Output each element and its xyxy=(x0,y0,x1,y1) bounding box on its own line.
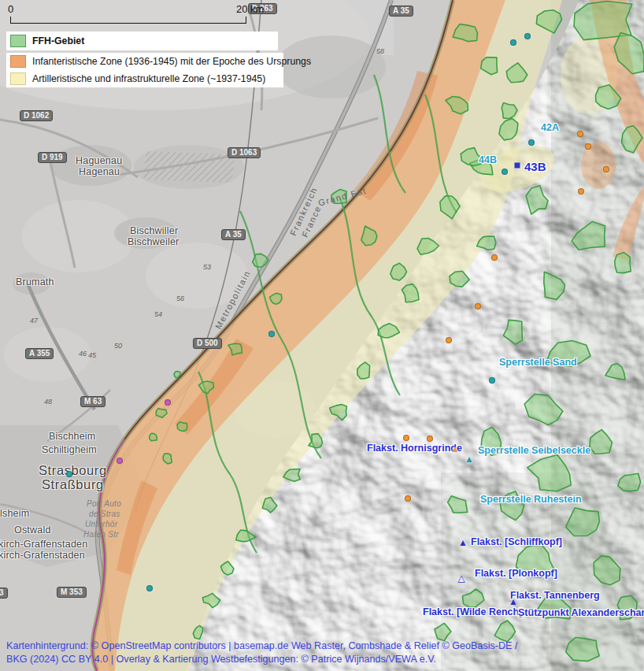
fortification-label[interactable]: Flakst. [Plonkopf] xyxy=(475,568,557,579)
city-label: kirch-Grafenstaden xyxy=(0,550,85,561)
area-label: de Stras xyxy=(89,510,120,518)
legend-swatch-infantry xyxy=(10,55,26,68)
road-badge: D 919 xyxy=(38,152,67,163)
site-dot-marker[interactable] xyxy=(489,377,495,384)
road-badge: A 35 xyxy=(221,229,246,240)
road-badge: A 35 xyxy=(389,6,413,17)
fortification-label[interactable]: Flakst. [Wilde Rench] xyxy=(423,606,522,617)
site-dot-marker[interactable] xyxy=(403,435,409,441)
map-annotations: D 263A 35D 1062D 919D 1063A 35A 355D 500… xyxy=(0,0,644,671)
road-number-label: 58 xyxy=(376,47,384,55)
road-badge: A 355 xyxy=(25,348,54,359)
road-number-label: 46 xyxy=(79,350,87,358)
flak-triangle-marker[interactable]: ▲ xyxy=(464,454,474,464)
flak-triangle-marker[interactable]: ▲ xyxy=(458,538,468,547)
city-label: Bischwiller xyxy=(130,225,178,236)
legend-swatch-ffh xyxy=(10,35,26,47)
road-badge: D 500 xyxy=(193,338,222,349)
road-number-label: 45 xyxy=(88,351,96,359)
site-dot-marker[interactable] xyxy=(577,131,583,137)
legend-item-infantry-zone: Infanteristische Zone (1936-1945) mit de… xyxy=(6,53,283,70)
legend-swatch-artillery xyxy=(10,72,26,85)
road-number-label: 50 xyxy=(114,342,122,350)
road-number-label: 54 xyxy=(154,310,162,318)
site-dot-marker[interactable] xyxy=(66,471,72,477)
flak-triangle-marker[interactable]: ▲ xyxy=(509,597,518,606)
road-badge: M 353 xyxy=(57,587,87,598)
fortification-label[interactable]: Flakst. Tannenberg xyxy=(510,590,600,601)
city-label: lsheim xyxy=(0,508,29,519)
city-label: Bischweiler xyxy=(128,236,179,247)
city-label: Ostwald xyxy=(14,525,51,536)
site-dot-marker[interactable] xyxy=(528,139,535,146)
road-badge: D 1062 xyxy=(20,110,53,121)
city-label: Bischheim xyxy=(49,431,95,442)
fortification-label[interactable]: Stützpunkt Alexanderschanze xyxy=(518,607,644,618)
fortification-label[interactable]: 43B xyxy=(524,160,546,173)
fortification-label[interactable]: 42A xyxy=(541,122,559,133)
attribution: Kartenhintergrund: © OpenStreetMap contr… xyxy=(6,639,518,666)
site-dot-marker[interactable] xyxy=(165,399,171,406)
site-dot-marker[interactable] xyxy=(524,33,531,39)
road-badge: D 1063 xyxy=(228,147,261,158)
city-label: Brumath xyxy=(16,276,54,287)
fortification-label[interactable]: Sperrstelle Seibelseckle xyxy=(478,445,590,456)
city-label: kirch-Graffenstaden xyxy=(0,539,87,550)
site-dot-marker[interactable] xyxy=(268,331,275,337)
city-label: Strasbourg xyxy=(39,463,107,478)
map-view[interactable]: D 263A 35D 1062D 919D 1063A 35A 355D 500… xyxy=(0,0,644,671)
road-number-label: 56 xyxy=(176,295,184,302)
site-dot-marker[interactable] xyxy=(475,303,481,310)
city-label: Hagenau xyxy=(79,166,120,177)
legend-item-ffh: FFH-Gebiet xyxy=(6,32,84,50)
site-square-marker[interactable] xyxy=(515,163,520,169)
scale-end-label: 20 km xyxy=(236,3,264,15)
legend-label: Artilleristische und infrastrukturelle Z… xyxy=(32,73,265,84)
city-label: Straßburg xyxy=(42,477,104,492)
scale-start-label: 0 xyxy=(8,3,13,15)
flak-triangle-marker[interactable]: ▲ xyxy=(450,444,460,454)
road-badge: M 63 xyxy=(80,396,105,407)
fortification-label[interactable]: Sperrstelle Ruhestein xyxy=(480,494,582,505)
area-label: Port Auto xyxy=(87,499,121,508)
area-label: Metropolitain xyxy=(213,269,252,330)
road-badge: 3 xyxy=(0,588,8,599)
site-dot-marker[interactable] xyxy=(446,337,452,343)
fortification-label[interactable]: Flakst. Hornisgrinde xyxy=(367,443,462,454)
site-dot-marker[interactable] xyxy=(502,169,508,175)
map-legend: FFH-Gebiet Infanteristische Zone (1936-1… xyxy=(6,32,283,87)
site-dot-marker[interactable] xyxy=(510,39,516,46)
legend-label: FFH-Gebiet xyxy=(32,35,84,46)
site-dot-marker[interactable] xyxy=(578,188,584,195)
scale-bar: 0 20 km xyxy=(0,0,283,28)
area-label: Hafen Str xyxy=(83,530,119,539)
fortification-label[interactable]: 44B xyxy=(479,154,497,165)
road-number-label: 47 xyxy=(30,317,38,324)
fortification-label[interactable]: Sperrstelle Sand xyxy=(499,357,577,368)
site-dot-marker[interactable] xyxy=(585,143,591,150)
city-label: Schiltigheim xyxy=(42,444,97,455)
site-dot-marker[interactable] xyxy=(491,254,498,261)
area-label: Unterhör xyxy=(85,520,117,528)
flak-triangle-marker[interactable]: △ xyxy=(457,573,464,583)
site-dot-marker[interactable] xyxy=(427,436,433,442)
area-label: Grand Est xyxy=(317,186,368,208)
legend-label: Infanteristische Zone (1936-1945) mit de… xyxy=(32,56,311,67)
road-number-label: 48 xyxy=(44,398,52,406)
attribution-line-1[interactable]: Kartenhintergrund: © OpenStreetMap contr… xyxy=(6,639,518,653)
road-number-label: 53 xyxy=(203,263,211,271)
site-dot-marker[interactable] xyxy=(117,458,123,464)
city-label: Haguenau xyxy=(76,155,122,166)
fortification-label[interactable]: Flakst. [Schliffkopf] xyxy=(471,536,562,547)
legend-item-artillery-zone: Artilleristische und infrastrukturelle Z… xyxy=(6,70,283,87)
site-dot-marker[interactable] xyxy=(603,166,609,172)
attribution-line-2[interactable]: BKG (2024) CC BY 4.0 | Overlay & Kartier… xyxy=(6,653,518,666)
scale-bar-line xyxy=(10,17,246,24)
site-dot-marker[interactable] xyxy=(405,495,411,502)
site-dot-marker[interactable] xyxy=(146,585,153,591)
